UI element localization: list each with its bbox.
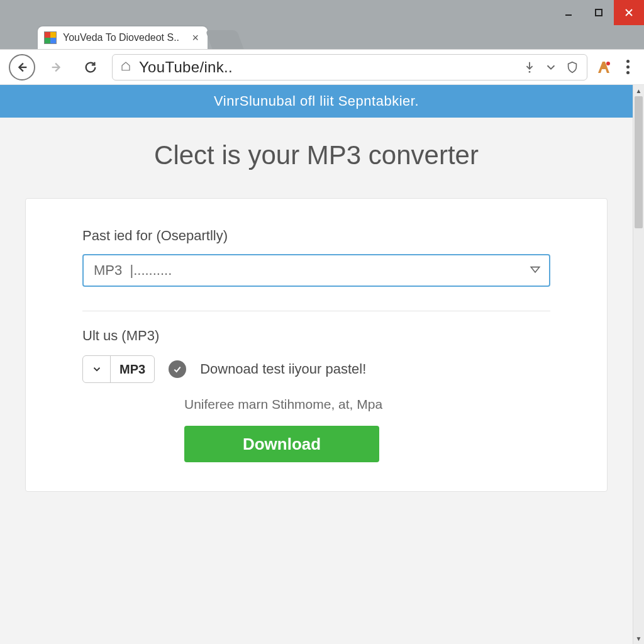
window-titlebar: [0, 0, 644, 25]
maximize-button[interactable]: [584, 0, 614, 25]
format-value: MP3: [111, 356, 154, 382]
input-dropdown-icon[interactable]: [529, 263, 541, 278]
url-input[interactable]: [82, 254, 550, 287]
page-viewport: VinrSlunubal ofl liit Sepntabkier. Clect…: [0, 85, 644, 644]
page-title: Clect is your MP3 converter: [25, 140, 608, 170]
tab-close-icon[interactable]: ×: [192, 31, 199, 45]
kebab-menu-icon[interactable]: [620, 60, 635, 74]
back-button[interactable]: [9, 54, 35, 80]
vertical-scrollbar[interactable]: ▲ ▼: [633, 85, 644, 644]
url-text: YouTube/ink..: [139, 58, 515, 76]
status-text: Downoad test iiyour pastel!: [200, 361, 366, 377]
svg-point-7: [606, 62, 610, 65]
scroll-track[interactable]: [633, 96, 644, 633]
top-banner: VinrSlunubal ofl liit Sepntabkier.: [0, 85, 633, 118]
extension-icon[interactable]: [596, 60, 611, 75]
converter-card: Past ied for (Osepartlly) Ult us (MP3) M…: [25, 198, 608, 492]
shield-icon[interactable]: [565, 60, 579, 74]
divider: [82, 311, 550, 311]
sub-note: Uniferee marn Stihmome, at, Mpa: [184, 397, 550, 412]
check-icon: [169, 360, 186, 378]
banner-text: VinrSlunubal ofl liit Sepntabkier.: [214, 93, 419, 109]
scroll-up-icon[interactable]: ▲: [633, 85, 644, 96]
favicon-icon: [44, 31, 57, 44]
download-indicator-icon[interactable]: [523, 60, 536, 74]
address-bar[interactable]: YouTube/ink..: [112, 54, 587, 80]
url-field-label: Past ied for (Osepartlly): [82, 228, 550, 244]
browser-toolbar: YouTube/ink..: [0, 50, 644, 85]
browser-frame: YouTube/ink.. VinrSlunubal ofl liit Sepn…: [0, 49, 644, 644]
format-select[interactable]: MP3: [82, 355, 155, 383]
svg-rect-1: [596, 9, 602, 16]
browser-tab[interactable]: YouVeda To Diovedeot S.. ×: [38, 26, 208, 49]
addr-chevron-icon[interactable]: [544, 60, 558, 74]
reload-button[interactable]: [78, 55, 103, 80]
svg-marker-8: [531, 267, 539, 272]
close-button[interactable]: [614, 0, 644, 25]
chevron-down-icon: [83, 356, 111, 382]
forward-button[interactable]: [44, 55, 69, 80]
download-button[interactable]: Download: [184, 426, 379, 462]
minimize-button[interactable]: [553, 0, 584, 25]
scroll-thumb[interactable]: [635, 96, 643, 228]
tab-strip: YouVeda To Diovedeot S.. ×: [0, 25, 644, 49]
format-field-label: Ult us (MP3): [82, 328, 550, 344]
site-info-icon[interactable]: [120, 60, 131, 75]
scroll-down-icon[interactable]: ▼: [633, 633, 644, 644]
svg-point-6: [529, 70, 531, 72]
tab-title: YouVeda To Diovedeot S..: [63, 32, 186, 43]
new-tab-button[interactable]: [206, 30, 244, 49]
